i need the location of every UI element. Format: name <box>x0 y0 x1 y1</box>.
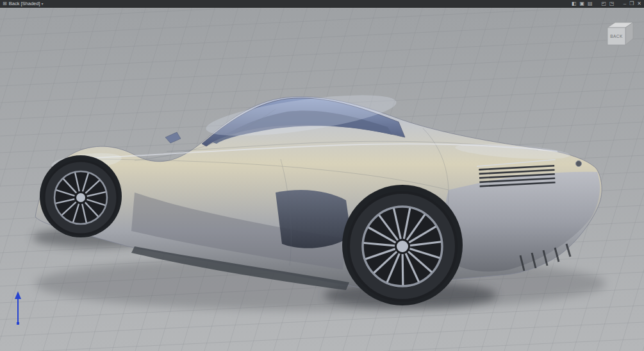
layout-list-view-icon[interactable]: ▤ <box>588 1 593 7</box>
side-intake <box>276 190 351 248</box>
front-wheel <box>44 161 117 234</box>
viewport-label[interactable]: Back [Shaded] <box>9 1 40 6</box>
grid-toggle-icon[interactable]: ⊞ <box>3 1 7 7</box>
viewport-title-bar: ⊞ Back [Shaded] ▾ ◧ ▣ ▤ ◰ ◳ – ❐ ✕ <box>0 0 644 8</box>
rear-wheel <box>349 193 456 300</box>
3d-viewport-canvas[interactable] <box>0 0 644 351</box>
camera-tools-group: ◰ ◳ <box>602 1 615 7</box>
application-window: ⊞ Back [Shaded] ▾ ◧ ▣ ▤ ◰ ◳ – ❐ ✕ <box>0 0 644 351</box>
rear-badge <box>576 161 582 167</box>
view-cube-face-label: BACK <box>610 34 623 39</box>
view-tools-group: ◧ ▣ ▤ <box>572 1 593 7</box>
close-icon[interactable]: ✕ <box>637 1 641 7</box>
view-cube[interactable]: BACK <box>604 19 636 49</box>
restore-icon[interactable]: ❐ <box>629 1 634 7</box>
layout-single-view-icon[interactable]: ◧ <box>572 1 577 7</box>
minimize-icon[interactable]: – <box>623 1 626 7</box>
camera-corner-icon[interactable]: ◰ <box>602 1 607 7</box>
layout-quad-view-icon[interactable]: ▣ <box>579 1 584 7</box>
viewport-menu-caret-icon[interactable]: ▾ <box>42 1 44 6</box>
camera-frame-icon[interactable]: ◳ <box>609 1 615 7</box>
window-controls-group: – ❐ ✕ <box>623 1 641 7</box>
